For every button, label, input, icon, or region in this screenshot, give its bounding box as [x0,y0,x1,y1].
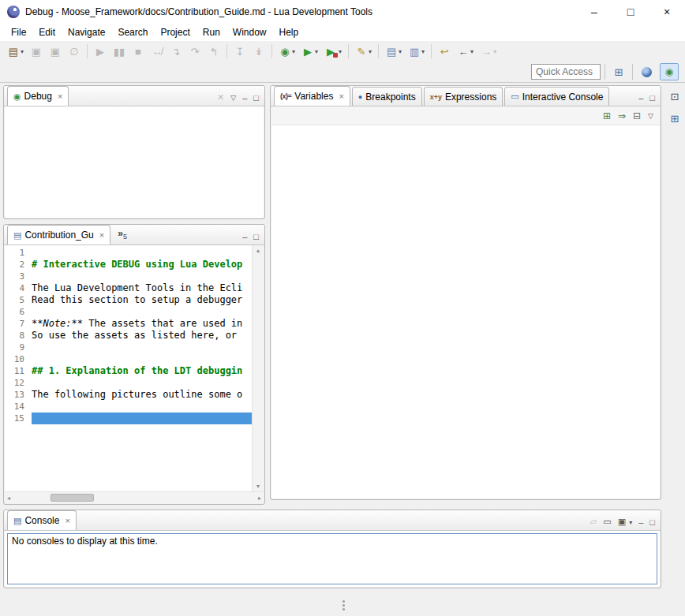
maximize-panel-button[interactable]: □ [253,232,259,241]
editor-line-8[interactable]: 8So use the assets as listed here, or [5,330,252,342]
use-step-filters-button[interactable]: ↡ [250,43,268,60]
open-element-button[interactable]: ▥▾ [406,43,427,60]
view-menu-button[interactable]: ▽ [230,94,236,102]
menu-navigate[interactable]: Navigate [62,24,111,40]
menu-file[interactable]: File [5,24,32,40]
maximize-panel-button[interactable]: □ [649,93,655,103]
editor-line-7[interactable]: 7**Note:** The assets that are used in [5,318,252,330]
external-tools-button[interactable]: ▶▾ [322,43,344,60]
dropdown-arrow-icon[interactable]: ▾ [339,48,342,55]
minimize-panel-button[interactable]: – [242,93,247,103]
back-button[interactable]: ←▾ [455,43,476,60]
new-wizard-button[interactable]: ▤▾ [383,43,404,60]
editor-line-12[interactable]: 12 [5,377,252,389]
editor-line-6[interactable]: 6 [5,306,252,318]
editor-line-13[interactable]: 13The following pictures outline some o [5,389,252,401]
editor-line-3[interactable]: 3 [5,271,252,282]
scroll-left-icon[interactable]: ◂ [7,495,10,502]
maximize-panel-button[interactable]: □ [253,93,259,103]
editor-line-9[interactable]: 9 [5,342,252,353]
terminate-button[interactable]: ■ [129,43,147,60]
mark-occurrences-button[interactable]: ✎▾ [353,43,374,60]
dropdown-arrow-icon[interactable]: ▾ [399,48,402,55]
tab-interactive-console[interactable]: ▭ Interactive Console [504,87,609,106]
run-button[interactable]: ▶▾ [299,43,320,60]
tab-variables[interactable]: (x)= Variables × [274,86,350,106]
view-menu-button[interactable]: ▽ [648,112,653,120]
disconnect-button[interactable]: ↮ [148,43,166,60]
debug-view-content[interactable] [5,106,264,218]
tab-console[interactable]: ▤ Console × [7,510,77,530]
new-button[interactable]: ▤▾ [5,43,26,60]
menu-search[interactable]: Search [111,24,154,40]
dropdown-arrow-icon[interactable]: ▾ [470,48,474,55]
menu-help[interactable]: Help [273,24,305,40]
scroll-right-icon[interactable]: ▸ [258,495,261,502]
pin-console-button[interactable]: ▱ [590,517,597,527]
close-tab-icon[interactable]: × [65,516,69,525]
variables-view-content[interactable] [271,125,660,498]
menu-window[interactable]: Window [226,24,273,40]
suspend-button[interactable]: ▮▮ [110,43,128,60]
close-tab-icon[interactable]: × [339,91,343,101]
debug-button[interactable]: ◉▾ [276,43,298,60]
menu-edit[interactable]: Edit [32,24,62,40]
step-into-button[interactable]: ↴ [167,43,185,60]
close-tab-icon[interactable]: × [99,230,104,240]
display-selected-console-button[interactable]: ▭ [603,517,611,527]
dropdown-arrow-icon[interactable]: ▾ [292,48,295,55]
show-type-names-button[interactable]: ⊞ [603,110,611,121]
step-over-button[interactable]: ↷ [186,43,204,60]
open-console-button[interactable]: ▣ ▾ [618,517,632,527]
close-window-button[interactable]: × [649,0,685,24]
quick-access-input[interactable] [531,64,601,80]
editor-line-4[interactable]: 4The Lua Development Tools in the Ecli [5,282,252,294]
outline-view-button[interactable]: ⊞ [667,110,683,126]
show-logical-structure-button[interactable]: ⇒ [618,110,626,121]
drop-to-frame-button[interactable]: ↧ [231,43,249,60]
tab-expressions[interactable]: x+y Expressions [424,87,503,106]
menu-run[interactable]: Run [197,24,226,40]
dropdown-arrow-icon[interactable]: ▾ [21,48,24,55]
remove-terminated-button[interactable]: ✕ [217,92,224,103]
minimize-panel-button[interactable]: – [242,232,247,241]
last-edit-location-button[interactable]: ↩ [436,43,453,60]
collapse-all-button[interactable]: ⊟ [633,110,641,121]
ldt-perspective-button[interactable] [637,63,656,80]
dropdown-arrow-icon[interactable]: ▾ [369,48,372,55]
skip-all-breakpoints-button[interactable]: ∅ [66,43,83,60]
debug-perspective-button[interactable]: ◉ [660,63,679,80]
editor-line-10[interactable]: 10 [5,353,252,365]
forward-button[interactable]: →▾ [477,43,499,60]
editor-line-14[interactable]: 14 [5,401,252,413]
resume-button[interactable]: ▶ [92,43,109,60]
maximize-window-button[interactable]: □ [612,0,649,24]
editor-line-2[interactable]: 2# Interactive DEBUG using Lua Develop [5,259,252,271]
save-all-button[interactable]: ▣ [47,43,64,60]
step-return-button[interactable]: ↰ [205,43,223,60]
close-tab-icon[interactable]: × [58,91,62,101]
maximize-panel-button[interactable]: □ [649,517,655,527]
dropdown-arrow-icon[interactable]: ▾ [629,519,632,526]
console-message-area[interactable]: No consoles to display at this time. [7,533,657,584]
editor-line-15[interactable]: 15 [5,413,252,424]
restore-view-button[interactable]: ⊡ [667,88,683,104]
minimize-panel-button[interactable]: – [638,93,643,103]
menu-project[interactable]: Project [154,24,196,40]
minimize-window-button[interactable]: – [576,0,612,24]
scrollbar-thumb[interactable] [51,494,94,502]
editor-vertical-scrollbar[interactable]: ▴ ▾ [252,245,264,491]
minimize-panel-button[interactable]: – [638,517,643,527]
tab-contribution-guide[interactable]: ▤ Contribution_Gu × [7,225,110,245]
open-perspective-button[interactable]: ⊞ [609,63,628,80]
trim-drag-handle[interactable] [342,600,345,603]
tab-breakpoints[interactable]: ● Breakpoints [352,87,422,106]
dropdown-arrow-icon[interactable]: ▾ [493,48,496,55]
editor-line-5[interactable]: 5Read this section to setup a debugger [5,294,252,306]
scroll-down-icon[interactable]: ▾ [256,483,260,490]
scroll-up-icon[interactable]: ▴ [256,247,260,254]
tab-debug[interactable]: ◉ Debug × [7,86,69,106]
dropdown-arrow-icon[interactable]: ▾ [315,48,318,55]
editor-tab-overflow[interactable]: »5 [118,228,127,241]
editor-horizontal-scrollbar[interactable]: ◂ ▸ [5,491,264,503]
